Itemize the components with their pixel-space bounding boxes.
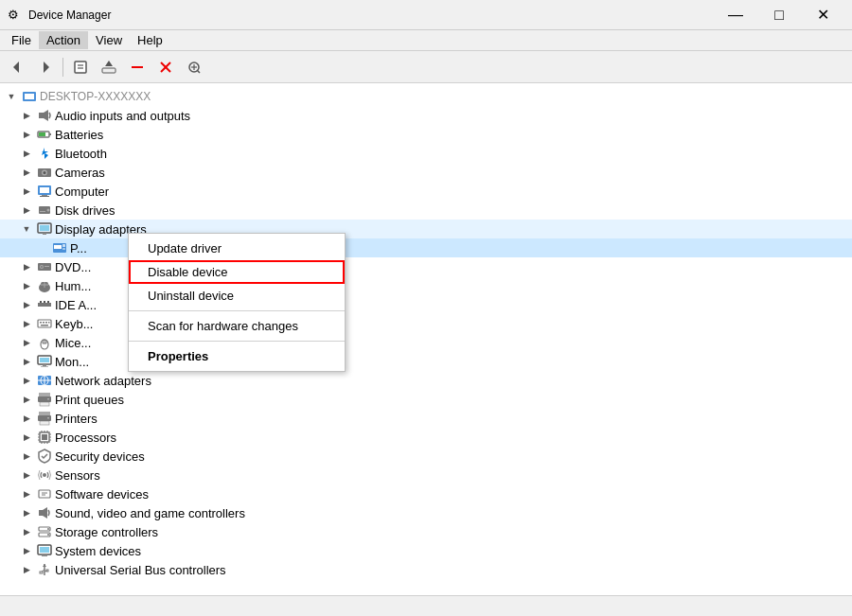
minimize-button[interactable]: — — [714, 0, 757, 30]
audio-label: Audio inputs and outputs — [55, 109, 190, 123]
ctx-disable-device[interactable]: Disable device — [129, 260, 345, 284]
svg-marker-0 — [13, 62, 19, 73]
svg-rect-19 — [49, 133, 51, 135]
tree-item-security[interactable]: ▶ Security devices — [0, 447, 852, 466]
menu-file[interactable]: File — [4, 31, 39, 49]
tree-item-network[interactable]: ▶ Network adapters — [0, 371, 852, 390]
tree-item-usb[interactable]: ▶ Universal Serial Bus controllers — [0, 560, 852, 579]
tree-root[interactable]: ▼ DESKTOP-XXXXXXX — [0, 87, 852, 106]
tree-item-printers[interactable]: ▶ Printers — [0, 409, 852, 428]
sound-icon — [37, 505, 52, 520]
close-button[interactable]: ✕ — [801, 0, 844, 30]
ide-expand-icon: ▶ — [19, 297, 34, 312]
monitors-label: Mon... — [55, 355, 89, 369]
menu-action[interactable]: Action — [39, 31, 88, 49]
svg-rect-100 — [40, 547, 49, 553]
ctx-scan-hardware[interactable]: Scan for hardware changes — [129, 314, 345, 338]
menu-view[interactable]: View — [88, 31, 130, 49]
svg-rect-73 — [40, 421, 49, 425]
root-label: DESKTOP-XXXXXXX — [40, 90, 151, 103]
hid-expand-icon: ▶ — [19, 278, 34, 293]
toolbar-disable[interactable] — [124, 55, 151, 79]
toolbar-forward[interactable] — [32, 55, 59, 79]
svg-rect-20 — [39, 132, 45, 136]
menu-bar: File Action View Help — [0, 30, 852, 51]
svg-marker-6 — [105, 61, 113, 66]
print-queues-expand-icon: ▶ — [19, 392, 34, 407]
toolbar-properties[interactable] — [67, 55, 94, 79]
cameras-icon — [37, 165, 52, 180]
svg-marker-94 — [43, 507, 47, 519]
toolbar-uninstall[interactable] — [152, 55, 179, 79]
svg-line-11 — [198, 70, 201, 73]
dvd-icon — [37, 259, 52, 274]
svg-rect-62 — [41, 366, 48, 367]
bluetooth-icon — [37, 146, 52, 161]
tree-item-disk[interactable]: ▶ Disk drives — [0, 201, 852, 220]
main-content: ▼ DESKTOP-XXXXXXX ▶ Audio inputs and out… — [0, 83, 852, 595]
security-icon — [37, 449, 52, 464]
svg-rect-27 — [40, 196, 49, 197]
svg-rect-7 — [132, 66, 143, 68]
software-label: Software devices — [55, 487, 149, 502]
svg-rect-30 — [40, 211, 45, 212]
hid-label: Hum... — [55, 279, 91, 293]
tree-item-system[interactable]: ▶ System devices — [0, 541, 852, 560]
ctx-update-driver[interactable]: Update driver — [129, 237, 345, 260]
security-label: Security devices — [55, 449, 145, 464]
storage-expand-icon: ▶ — [19, 524, 34, 539]
printers-icon — [37, 411, 52, 426]
toolbar-update[interactable] — [96, 55, 122, 79]
display-icon — [37, 221, 52, 237]
svg-rect-55 — [41, 325, 48, 326]
print-queues-icon — [37, 392, 52, 407]
tree-item-sensors[interactable]: ▶ Sensors — [0, 466, 852, 484]
svg-rect-5 — [102, 68, 115, 73]
tree-item-sound[interactable]: ▶ Sound, video and game controllers — [0, 503, 852, 522]
svg-rect-61 — [43, 364, 46, 366]
print-queues-label: Print queues — [55, 393, 124, 407]
tree-item-batteries[interactable]: ▶ Batteries — [0, 125, 852, 144]
svg-rect-69 — [40, 402, 49, 406]
mice-icon — [37, 335, 52, 350]
network-label: Network adapters — [55, 374, 151, 388]
software-icon — [37, 486, 52, 502]
ctx-properties[interactable]: Properties — [129, 344, 345, 368]
maximize-button[interactable]: □ — [757, 0, 801, 30]
tree-item-audio[interactable]: ▶ Audio inputs and outputs — [0, 106, 852, 125]
tree-item-processors[interactable]: ▶ Proces — [0, 428, 852, 447]
toolbar-scan[interactable] — [181, 55, 207, 79]
storage-label: Storage controllers — [55, 525, 158, 539]
processors-label: Processors — [55, 431, 116, 445]
tree-item-software[interactable]: ▶ Software devices — [0, 484, 852, 503]
svg-rect-36 — [62, 244, 65, 247]
svg-rect-25 — [40, 187, 49, 193]
svg-rect-74 — [47, 417, 49, 419]
tree-item-print-queues[interactable]: ▶ Print queues — [0, 390, 852, 409]
printers-label: Printers — [55, 412, 98, 426]
ctx-separator-2 — [129, 341, 345, 342]
toolbar-back[interactable] — [4, 55, 30, 79]
tree-item-computer[interactable]: ▶ Computer — [0, 182, 852, 201]
cameras-expand-icon: ▶ — [19, 165, 34, 180]
processors-expand-icon: ▶ — [19, 430, 34, 445]
toolbar — [0, 51, 852, 83]
svg-marker-1 — [44, 62, 49, 73]
system-icon — [37, 543, 52, 558]
usb-expand-icon: ▶ — [19, 562, 34, 577]
system-label: System devices — [55, 544, 141, 558]
disk-label: Disk drives — [55, 203, 115, 218]
svg-rect-33 — [43, 233, 46, 235]
svg-point-40 — [41, 266, 43, 268]
svg-rect-49 — [47, 301, 49, 303]
tree-item-storage[interactable]: ▶ Storage controllers — [0, 522, 852, 541]
ctx-uninstall-device[interactable]: Uninstall device — [129, 284, 345, 308]
svg-rect-76 — [42, 434, 47, 440]
tree-item-bluetooth[interactable]: ▶ Bluetooth — [0, 144, 852, 163]
menu-help[interactable]: Help — [130, 31, 170, 49]
printers-expand-icon: ▶ — [19, 411, 34, 426]
app-icon: ⚙ — [8, 8, 23, 23]
computer-expand-icon: ▶ — [19, 184, 34, 199]
usb-label: Universal Serial Bus controllers — [55, 563, 226, 577]
tree-item-cameras[interactable]: ▶ Cameras — [0, 163, 852, 182]
